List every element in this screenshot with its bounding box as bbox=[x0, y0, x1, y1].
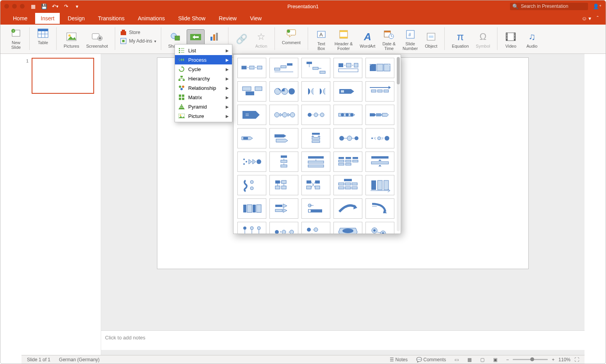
smartart-option-32[interactable] bbox=[269, 198, 298, 219]
equation-button[interactable]: πEquation bbox=[449, 30, 471, 49]
smartart-option-21[interactable] bbox=[237, 152, 266, 172]
pictures-button[interactable]: Pictures bbox=[61, 30, 82, 49]
smartart-option-37[interactable]: +→ bbox=[269, 222, 298, 234]
smartart-option-1[interactable] bbox=[237, 58, 266, 78]
audio-button[interactable]: ♫Audio bbox=[523, 30, 540, 49]
save-icon[interactable]: 💾 bbox=[41, 3, 47, 9]
tab-slideshow[interactable]: Slide Show bbox=[173, 13, 211, 24]
smartart-option-26[interactable] bbox=[237, 175, 266, 195]
video-button[interactable]: Video bbox=[502, 30, 519, 49]
menu-item-hierarchy[interactable]: Hierarchy▶ bbox=[175, 74, 232, 83]
smartart-option-18[interactable] bbox=[301, 128, 330, 148]
menu-item-pyramid[interactable]: Pyramid▶ bbox=[175, 102, 232, 111]
smartart-option-17[interactable] bbox=[269, 128, 298, 148]
status-notes-button[interactable]: ☰ Notes bbox=[390, 357, 408, 362]
smartart-option-19[interactable] bbox=[333, 128, 362, 148]
window-controls[interactable] bbox=[4, 4, 25, 9]
tab-transitions[interactable]: Transitions bbox=[93, 13, 130, 24]
smartart-option-16[interactable] bbox=[237, 128, 266, 148]
menu-item-list[interactable]: List▶ bbox=[175, 46, 232, 55]
tab-review[interactable]: Review bbox=[213, 13, 242, 24]
smartart-option-27[interactable] bbox=[269, 175, 298, 195]
zoom-out-button[interactable]: − bbox=[506, 357, 509, 362]
smartart-option-3[interactable] bbox=[301, 58, 330, 78]
tab-home[interactable]: Home bbox=[7, 13, 33, 24]
tab-view[interactable]: View bbox=[244, 13, 267, 24]
status-language[interactable]: German (Germany) bbox=[59, 357, 100, 362]
view-slideshow-icon[interactable]: ▣ bbox=[493, 357, 497, 362]
smartart-option-20[interactable]: ›()› bbox=[365, 128, 394, 148]
smartart-option-35[interactable] bbox=[365, 198, 394, 219]
zoom-percent[interactable]: 110% bbox=[558, 357, 570, 362]
smartart-option-12[interactable] bbox=[269, 105, 298, 125]
status-comments-button[interactable]: 💬 Comments bbox=[416, 357, 446, 362]
header-footer-button[interactable]: Header & Footer bbox=[332, 27, 355, 52]
screenshot-button[interactable]: Screenshot bbox=[84, 30, 111, 49]
slide-number-button[interactable]: #Slide Number bbox=[400, 27, 420, 52]
slide-thumbnail-1[interactable] bbox=[32, 58, 94, 94]
menu-item-process[interactable]: Process▶ bbox=[175, 55, 232, 64]
smartart-option-34[interactable] bbox=[333, 198, 362, 219]
wordart-button[interactable]: AWordArt bbox=[357, 30, 378, 49]
smartart-option-24[interactable] bbox=[333, 152, 362, 172]
comment-button[interactable]: Comment bbox=[280, 26, 303, 46]
menu-item-matrix[interactable]: Matrix▶ bbox=[175, 93, 232, 102]
smartart-option-14[interactable] bbox=[333, 105, 362, 125]
tab-animations[interactable]: Animations bbox=[132, 13, 170, 24]
collapse-ribbon-icon[interactable]: ˆ bbox=[597, 15, 599, 21]
search-box[interactable]: 🔍 bbox=[510, 3, 588, 10]
smartart-option-5[interactable] bbox=[365, 58, 394, 78]
smartart-option-33[interactable] bbox=[301, 198, 330, 219]
new-slide-button[interactable]: +New Slide bbox=[7, 26, 25, 50]
table-button[interactable]: Table bbox=[34, 26, 52, 46]
autosave-icon[interactable]: ▦ bbox=[30, 3, 36, 9]
smartart-option-38[interactable]: → bbox=[301, 222, 330, 234]
smartart-option-31[interactable] bbox=[237, 198, 266, 219]
smartart-option-29[interactable] bbox=[333, 175, 362, 195]
object-button[interactable]: Object bbox=[422, 30, 440, 49]
qat-customize-icon[interactable]: ▾ bbox=[74, 3, 80, 9]
smartart-option-7[interactable] bbox=[269, 81, 298, 102]
menu-item-relationship[interactable]: Relationship▶ bbox=[175, 83, 232, 93]
view-reading-icon[interactable]: ▢ bbox=[480, 357, 485, 362]
svg-rect-92 bbox=[384, 64, 390, 71]
smartart-option-40[interactable] bbox=[365, 222, 394, 234]
date-time-button[interactable]: Date & Time bbox=[380, 27, 398, 52]
zoom-in-button[interactable]: + bbox=[552, 357, 554, 362]
share-icon[interactable]: 👤⁺ bbox=[593, 4, 602, 9]
smartart-option-2[interactable] bbox=[269, 58, 298, 78]
redo-icon[interactable]: ↷ bbox=[63, 3, 69, 9]
my-addins-button[interactable]: My Add-ins▾ bbox=[120, 37, 156, 45]
smartart-option-39[interactable] bbox=[333, 222, 362, 234]
tab-insert[interactable]: Insert bbox=[35, 13, 60, 24]
feedback-icon[interactable]: ☺ ▾ bbox=[581, 15, 591, 21]
view-sorter-icon[interactable]: ▦ bbox=[467, 357, 472, 362]
fit-window-icon[interactable]: ⛶ bbox=[574, 357, 579, 362]
smartart-option-13[interactable] bbox=[301, 105, 330, 125]
smartart-option-15[interactable] bbox=[365, 105, 394, 125]
search-input[interactable] bbox=[521, 4, 586, 9]
undo-icon[interactable]: ↶▾ bbox=[52, 3, 58, 9]
smartart-option-10[interactable] bbox=[365, 81, 394, 102]
smartart-option-28[interactable] bbox=[301, 175, 330, 195]
smartart-option-23[interactable] bbox=[301, 152, 330, 172]
smartart-option-9[interactable] bbox=[333, 81, 362, 102]
tab-design[interactable]: Design bbox=[62, 13, 90, 24]
smartart-option-6[interactable] bbox=[237, 81, 266, 102]
notes-pane[interactable]: Click to add notes bbox=[101, 330, 585, 350]
menu-item-picture[interactable]: Picture▶ bbox=[175, 111, 232, 121]
smartart-option-11[interactable] bbox=[237, 105, 266, 125]
smartart-option-25[interactable] bbox=[365, 152, 394, 172]
store-button[interactable]: Store bbox=[120, 29, 156, 36]
zoom-slider[interactable] bbox=[513, 359, 548, 360]
smartart-option-36[interactable] bbox=[237, 222, 266, 234]
textbox-button[interactable]: AText Box bbox=[313, 27, 330, 52]
smartart-option-30[interactable] bbox=[365, 175, 394, 195]
svg-rect-87 bbox=[346, 63, 351, 67]
view-normal-icon[interactable]: ▭ bbox=[454, 357, 459, 362]
menu-item-cycle[interactable]: Cycle▶ bbox=[175, 64, 232, 74]
gallery-scrollbar[interactable] bbox=[397, 57, 400, 231]
smartart-option-4[interactable] bbox=[333, 58, 362, 78]
smartart-option-8[interactable] bbox=[301, 81, 330, 102]
smartart-option-22[interactable] bbox=[269, 152, 298, 172]
